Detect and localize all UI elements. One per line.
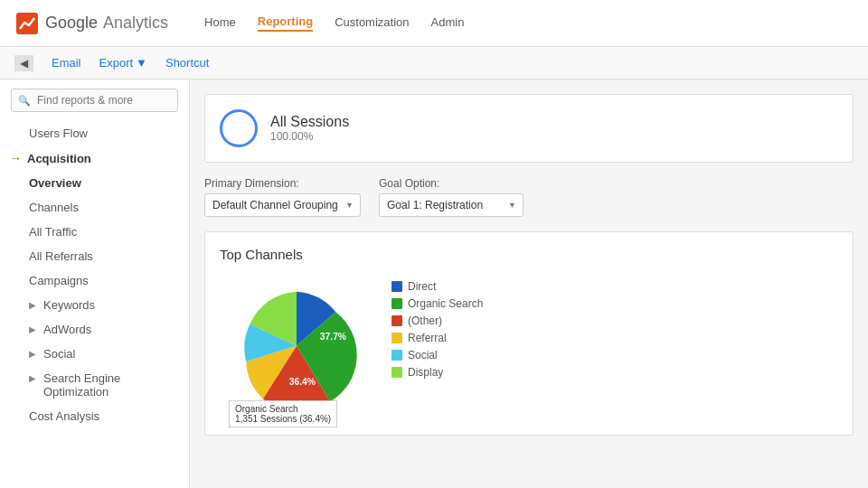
- sidebar-item-overview[interactable]: Overview: [0, 171, 189, 195]
- content-area: All Sessions 100.00% Primary Dimension: …: [190, 80, 868, 488]
- legend-label-referral: Referral: [408, 332, 447, 344]
- session-card: All Sessions 100.00%: [204, 94, 854, 163]
- legend-dot-referral: [392, 333, 402, 343]
- legend-label-social: Social: [408, 349, 438, 361]
- ga-logo-icon: [14, 11, 40, 36]
- legend-item-direct: Direct: [392, 280, 483, 293]
- goal-option-select-wrapper: Goal 1: Registration: [379, 193, 524, 217]
- main-layout: 🔍 Users Flow → Acquisition Overview Chan…: [0, 80, 868, 488]
- seo-arrow-icon: ▶: [29, 373, 36, 383]
- sidebar-label-overview: Overview: [29, 176, 81, 190]
- legend-item-organic-search: Organic Search: [392, 297, 483, 310]
- legend-label-organic-search: Organic Search: [408, 297, 483, 310]
- pie-chart: 37.7% 36.4%: [220, 273, 373, 418]
- logo-google-text: Google: [45, 14, 98, 33]
- primary-dimension-label: Primary Dimension:: [204, 177, 361, 190]
- sidebar-item-campaigns[interactable]: Campaigns: [0, 268, 189, 293]
- sidebar-label-adwords: AdWords: [43, 323, 91, 336]
- session-info: All Sessions 100.00%: [270, 114, 349, 143]
- nav-home[interactable]: Home: [204, 15, 236, 31]
- legend-dot-organic-search: [392, 298, 402, 309]
- sidebar-item-acquisition[interactable]: → Acquisition: [0, 145, 189, 171]
- goal-option-label: Goal Option:: [379, 177, 524, 190]
- legend-label-direct: Direct: [408, 280, 436, 293]
- primary-dimension-group: Primary Dimension: Default Channel Group…: [204, 177, 361, 217]
- sidebar-label-campaigns: Campaigns: [29, 274, 89, 287]
- sidebar-item-all-traffic[interactable]: All Traffic: [0, 220, 189, 244]
- sidebar-search-area: 🔍: [11, 89, 178, 112]
- primary-dimension-select-wrapper: Default Channel Grouping: [204, 193, 361, 217]
- session-percentage: 100.00%: [270, 130, 349, 143]
- legend-dot-direct: [392, 281, 402, 292]
- pie-label-pct2: 36.4%: [289, 377, 316, 387]
- legend-dot-other: [392, 315, 402, 326]
- legend-dot-display: [392, 367, 402, 378]
- sidebar-item-seo[interactable]: ▶ Search EngineOptimization: [0, 366, 189, 404]
- main-nav: Home Reporting Customization Admin: [204, 14, 464, 32]
- sub-nav-email[interactable]: Email: [52, 56, 81, 70]
- sidebar-label-channels: Channels: [29, 201, 79, 214]
- sidebar-toggle-button[interactable]: ◀: [14, 55, 33, 71]
- pie-tooltip: Organic Search 1,351 Sessions (36.4%): [229, 400, 337, 427]
- logo-area: Google Analytics: [14, 11, 168, 36]
- nav-reporting[interactable]: Reporting: [258, 14, 313, 32]
- sidebar-label-all-referrals: All Referrals: [29, 249, 93, 263]
- sidebar-item-users-flow[interactable]: Users Flow: [0, 121, 189, 145]
- sidebar-label-all-traffic: All Traffic: [29, 225, 77, 239]
- goal-option-group: Goal Option: Goal 1: Registration: [379, 177, 524, 217]
- goal-option-select[interactable]: Goal 1: Registration: [379, 193, 524, 217]
- top-nav: Google Analytics Home Reporting Customiz…: [0, 0, 868, 47]
- logo-analytics-text: Analytics: [103, 14, 168, 33]
- dimension-row: Primary Dimension: Default Channel Group…: [204, 177, 854, 217]
- sub-nav: ◀ Email Export ▼ Shortcut: [0, 47, 868, 80]
- tooltip-channel-stats: 1,351 Sessions (36.4%): [235, 414, 331, 424]
- pie-label-pct1: 37.7%: [320, 332, 346, 342]
- legend-item-social: Social: [392, 349, 483, 361]
- tooltip-channel-name: Organic Search: [235, 404, 331, 414]
- sidebar-item-keywords[interactable]: ▶ Keywords: [0, 293, 189, 317]
- session-title: All Sessions: [270, 114, 349, 130]
- sidebar-item-channels[interactable]: Channels: [0, 195, 189, 220]
- pie-chart-container: 37.7% 36.4% Organic Search 1,351 Session…: [220, 273, 373, 420]
- nav-customization[interactable]: Customization: [335, 15, 409, 31]
- primary-dimension-select[interactable]: Default Channel Grouping: [204, 193, 361, 217]
- search-input[interactable]: [11, 89, 178, 112]
- legend-item-display: Display: [392, 366, 483, 379]
- sidebar-item-social[interactable]: ▶ Social: [0, 342, 189, 366]
- sidebar-label-acquisition: Acquisition: [27, 152, 91, 165]
- keywords-arrow-icon: ▶: [29, 300, 36, 310]
- export-label: Export: [99, 56, 134, 70]
- acquisition-arrow-icon: →: [9, 151, 22, 165]
- sub-nav-export[interactable]: Export ▼: [99, 56, 147, 70]
- sidebar: 🔍 Users Flow → Acquisition Overview Chan…: [0, 80, 190, 488]
- nav-admin[interactable]: Admin: [431, 15, 465, 31]
- search-icon: 🔍: [18, 95, 31, 107]
- legend-item-other: (Other): [392, 314, 483, 327]
- sidebar-label-seo: Search EngineOptimization: [43, 371, 120, 399]
- legend-area: Direct Organic Search (Other) Referral: [392, 273, 483, 379]
- legend-label-display: Display: [408, 366, 443, 379]
- channels-title: Top Channels: [220, 247, 838, 262]
- legend-dot-social: [392, 350, 402, 361]
- sub-nav-shortcut[interactable]: Shortcut: [165, 56, 209, 70]
- export-dropdown-icon: ▼: [136, 56, 147, 70]
- channels-card: Top Channels: [204, 231, 854, 436]
- sidebar-label-cost-analysis: Cost Analysis: [29, 409, 99, 423]
- legend-label-other: (Other): [408, 314, 442, 327]
- sidebar-item-cost-analysis[interactable]: Cost Analysis: [0, 404, 189, 428]
- social-arrow-icon: ▶: [29, 349, 36, 359]
- session-circle-icon: [220, 109, 258, 147]
- sidebar-label-keywords: Keywords: [43, 298, 95, 312]
- sidebar-item-adwords[interactable]: ▶ AdWords: [0, 317, 189, 342]
- sidebar-item-all-referrals[interactable]: All Referrals: [0, 244, 189, 268]
- channels-body: 37.7% 36.4% Organic Search 1,351 Session…: [220, 273, 838, 420]
- legend-item-referral: Referral: [392, 332, 483, 344]
- sidebar-label-users-flow: Users Flow: [29, 127, 88, 140]
- sidebar-label-social: Social: [43, 347, 75, 361]
- adwords-arrow-icon: ▶: [29, 324, 36, 334]
